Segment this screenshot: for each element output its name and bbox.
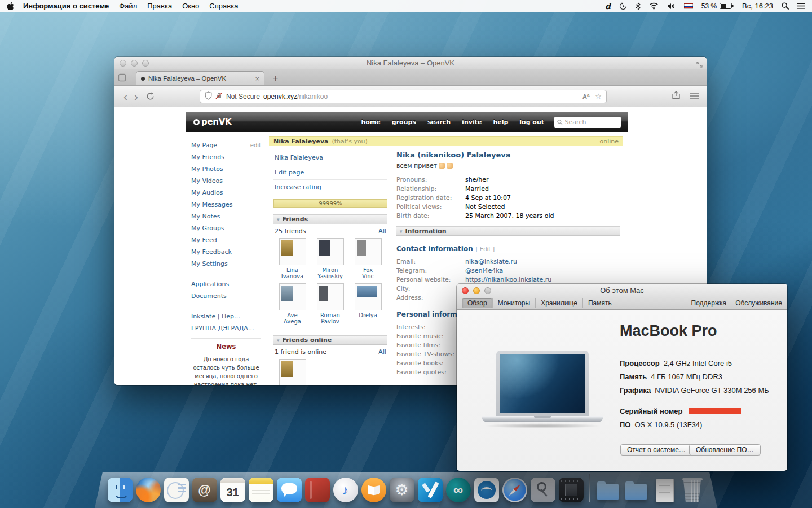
profile-status[interactable]: всем привет [396,162,620,169]
friend-avatar[interactable] [317,283,344,310]
mail-icon[interactable] [164,478,189,502]
friend-avatar[interactable] [355,283,382,310]
minimize-window-button[interactable] [473,287,480,294]
friend-card[interactable]: LinaIvanova [273,238,311,279]
friend-card[interactable]: AveAvega [273,283,311,325]
sidebar-item-my-feedback[interactable]: My Feedback [191,246,261,258]
friend-avatar[interactable] [279,359,306,385]
nav-help[interactable]: help [487,112,514,132]
safari-icon[interactable] [502,478,527,502]
sidebar-item-my-audios[interactable]: My Audios [191,187,261,199]
about-titlebar[interactable]: Об этом Mac Обзор Мониторы Хранилище Пам… [457,284,787,310]
friends-section-header[interactable]: ▾ Friends [273,214,387,224]
trash-icon[interactable] [680,478,705,502]
telegram-link[interactable]: @seni4e4ka [465,267,503,274]
friend-card[interactable]: MironYasinskiy [311,238,349,279]
tab-overview[interactable]: Обзор [462,298,492,308]
sidebar-item-my-feed[interactable]: My Feed [191,234,261,246]
input-language-flag-icon[interactable] [684,3,693,9]
calendar-icon[interactable]: 31 [220,478,245,502]
chip-utility-icon[interactable] [559,478,584,502]
profile-name-link[interactable]: Nika Falaleyeva [273,151,387,165]
nav-logout[interactable]: log out [514,112,550,132]
menu-file[interactable]: Файл [119,2,137,10]
support-link[interactable]: Поддержка [691,299,727,307]
sidebar-item-my-videos[interactable]: My Videos [191,175,261,187]
information-section-header[interactable]: ▾ Information [396,226,620,236]
friends-online-header[interactable]: ▾ Friends online [273,335,387,345]
menu-help[interactable]: Справка [209,2,238,10]
site-search-box[interactable] [554,117,621,128]
edit-contact-link[interactable]: [ Edit ] [476,246,495,252]
apple-menu-icon[interactable] [7,2,14,11]
spotlight-icon[interactable] [782,2,789,10]
sidebar-item-my-messages[interactable]: My Messages [191,199,261,211]
sidebar-item-my-page[interactable]: My Page edit [191,139,261,151]
tab-overview-button[interactable] [118,73,126,82]
bluetooth-icon[interactable] [636,2,641,10]
documents-stack-icon[interactable] [652,478,677,502]
firefox-icon[interactable] [136,478,161,502]
software-update-button[interactable]: Обновление ПО… [689,444,761,456]
reload-icon[interactable] [146,92,155,100]
active-app-menu[interactable]: Информация о системе [23,2,109,10]
d-status-icon[interactable]: d [605,2,611,11]
nav-groups[interactable]: groups [386,112,422,132]
keychain-icon[interactable] [531,478,555,502]
friend-card[interactable]: RomanPavlov [311,283,349,325]
sidebar-edit-link[interactable]: edit [250,142,261,148]
sidebar-item-my-notes[interactable]: My Notes [191,211,261,222]
fullscreen-icon[interactable] [696,60,703,70]
menu-window[interactable]: Окно [182,2,199,10]
time-machine-icon[interactable] [619,2,627,10]
ibooks-icon[interactable] [361,478,386,502]
friend-avatar[interactable] [279,283,306,310]
tab-close-icon[interactable]: × [255,75,259,82]
back-button[interactable]: ‹ [120,90,131,102]
sidebar-item-my-groups[interactable]: My Groups [191,222,261,234]
nav-home[interactable]: home [355,112,386,132]
sidebar-item-my-settings[interactable]: My Settings [191,258,261,270]
arduino-icon[interactable] [446,478,471,502]
sidebar-group-degrada[interactable]: ГРУППА ДЭГРАДА… [191,322,261,334]
notes-icon[interactable] [249,478,273,502]
bookmark-star-icon[interactable]: ☆ [595,92,602,100]
friend-card[interactable]: Yevgeniy [273,359,311,385]
new-tab-button[interactable]: + [273,74,278,83]
news-item[interactable]: До нового года осталось чуть больше меся… [191,355,261,385]
applications-folder-icon[interactable] [595,478,620,502]
friend-card[interactable]: Drelya [349,283,387,325]
email-app-icon[interactable] [192,478,217,502]
browser-titlebar[interactable]: Nika Falaleyeva – OpenVK [114,57,707,69]
sidebar-group-inkslate[interactable]: Inkslate | Пер… [191,310,261,322]
menubar-clock[interactable]: Вс, 16:23 [742,2,773,10]
openvk-logo[interactable]: penVK [193,117,231,127]
wifi-icon[interactable] [649,2,659,10]
sidebar-menu-icon[interactable] [690,91,699,102]
tab-memory[interactable]: Память [582,298,617,308]
friend-avatar[interactable] [279,238,306,265]
share-icon[interactable] [672,91,680,102]
vscode-icon[interactable] [418,478,443,502]
tab-storage[interactable]: Хранилище [535,298,582,308]
friend-avatar[interactable] [317,238,344,265]
shield-icon[interactable] [205,91,212,102]
sidebar-item-my-photos[interactable]: My Photos [191,163,261,175]
edit-page-link[interactable]: Edit page [273,165,387,180]
translate-icon[interactable]: Aa [582,93,589,100]
notification-center-icon[interactable] [797,3,805,9]
zoom-window-button[interactable] [142,60,149,67]
system-report-button[interactable]: Отчет о системе… [620,444,692,456]
menu-edit[interactable]: Правка [147,2,172,10]
battery-status[interactable]: 53 % [701,2,734,10]
minimize-window-button[interactable] [131,60,138,67]
red-book-icon[interactable] [305,478,330,502]
friend-avatar[interactable] [355,238,382,265]
email-link[interactable]: nika@inkslate.ru [465,258,517,265]
friend-card[interactable]: FoxVinc [349,238,387,279]
tab-displays[interactable]: Мониторы [492,298,535,308]
nav-search[interactable]: search [422,112,456,132]
sidebar-item-applications[interactable]: Applications [191,278,261,290]
address-bar[interactable]: Not Secure openvk.xyz/nikanikoo Aa ☆ [200,90,607,103]
documents-folder-icon[interactable] [624,478,648,502]
